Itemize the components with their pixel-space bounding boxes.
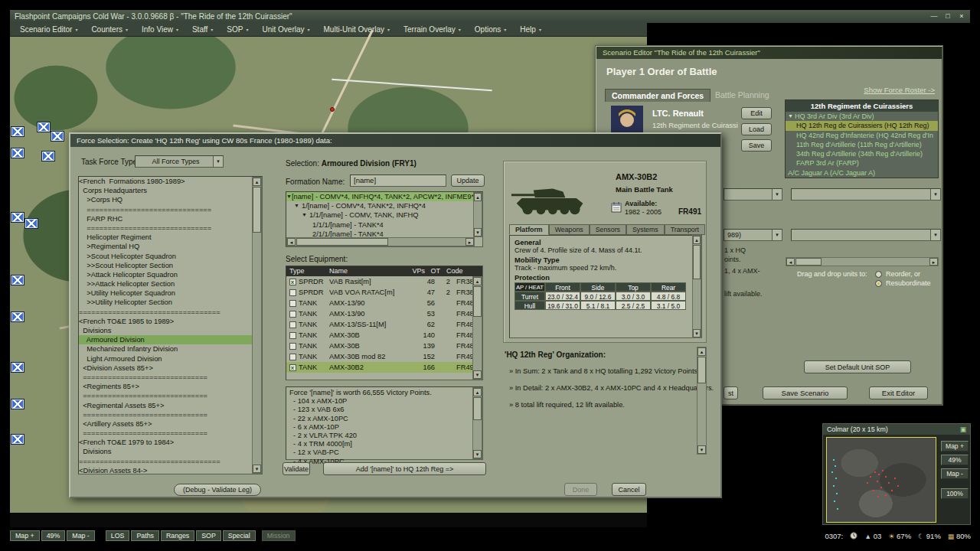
tab-sensors[interactable]: Sensors [590, 224, 626, 235]
exit-editor-button[interactable]: Exit Editor [869, 386, 928, 399]
equipment-checkbox[interactable]: x [289, 279, 296, 285]
equipment-checkbox[interactable]: x [289, 364, 296, 371]
force-tree-item[interactable]: <French Formations 1980-1989> [79, 177, 253, 186]
unit-counter[interactable] [11, 148, 24, 158]
equipment-checkbox[interactable] [289, 343, 296, 350]
force-tree-item[interactable]: Helicopter Regiment [79, 233, 253, 242]
minimap-zoom-out-button[interactable]: Map - [941, 468, 969, 479]
scroll-left-button[interactable]: ◄ [786, 258, 795, 266]
maximize-button[interactable]: □ [942, 10, 953, 23]
force-tree-item[interactable]: Divisions [79, 447, 253, 456]
scroll-down-button[interactable]: ▼ [693, 329, 701, 337]
force-tree-item[interactable]: <French TO&E 1979 to 1984> [79, 438, 253, 447]
task-force-type-combo[interactable]: All Force Types ▼ [135, 155, 224, 168]
tree-open-icon[interactable]: ▼ [294, 201, 302, 210]
debug-validate-button[interactable]: (Debug - Validate Leg) [174, 484, 261, 496]
validate-button[interactable]: Validate [283, 462, 310, 475]
force-tree-item[interactable]: ============================== [79, 410, 253, 419]
roster-item[interactable]: 34th Reg d'Artillerie (34th Reg d'Artill… [786, 149, 938, 158]
chevron-down-icon[interactable]: ▼ [772, 230, 782, 240]
done-button[interactable]: Done [564, 483, 597, 496]
menu-staff[interactable]: Staff▾ [185, 25, 220, 34]
scroll-down-button[interactable]: ▼ [253, 465, 261, 473]
force-tree-item[interactable]: ============================== [79, 391, 253, 400]
roster-item[interactable]: FARP 3rd Ar (FARP) [786, 158, 938, 168]
unit-counter[interactable] [11, 435, 24, 444]
scroll-thumb[interactable] [693, 245, 701, 279]
scroll-up-button[interactable]: ▲ [473, 388, 482, 396]
minimap-panel-icon[interactable]: ▣ [960, 424, 966, 435]
roster-item[interactable]: A/C Jaguar A (A/C Jaguar A) [786, 168, 938, 178]
equipment-checkbox[interactable] [289, 300, 296, 307]
force-tree-item[interactable]: <French TO&E 1985 to 1989> [79, 317, 253, 326]
minimap-full-zoom-button[interactable]: 100% [941, 488, 969, 499]
minimize-button[interactable]: — [929, 10, 939, 23]
equipment-row[interactable]: TANKAMX-13/SS-11[M]62FR485 [286, 319, 482, 330]
unit-counter[interactable] [11, 276, 24, 285]
equipment-vscrollbar[interactable]: ▲ ▼ [472, 276, 482, 380]
scroll-left-button[interactable]: ◄ [287, 238, 296, 246]
scroll-down-button[interactable]: ▼ [697, 445, 706, 454]
equipment-row[interactable]: TANKAMX-13/9056FR483 [286, 298, 482, 308]
roster-combo-2[interactable]: ▼ [791, 229, 941, 241]
cancel-button[interactable]: Cancel [612, 483, 646, 496]
force-tree-item[interactable]: Light Armoured Division [79, 354, 253, 364]
scroll-up-button[interactable]: ▲ [697, 347, 706, 356]
roster-item[interactable]: 11th Reg d'Artillerie (11th Reg d'Artill… [786, 140, 938, 149]
roster-hscrollbar[interactable]: ◄ ► [786, 257, 939, 266]
force-tree-item[interactable]: >>Scout Helicopter Section [79, 261, 253, 270]
tree-vscrollbar[interactable]: ▲ ▼ [252, 177, 262, 474]
radio-reorder[interactable] [875, 271, 882, 278]
menu-unit-overlay[interactable]: Unit Overlay▾ [256, 25, 317, 34]
roster-item[interactable]: HQ 42nd Reg d'Infanterie (HQ 42nd Reg d'… [786, 131, 938, 140]
scroll-right-button[interactable]: ► [466, 238, 474, 246]
unit-counter[interactable] [11, 312, 24, 321]
paths-button[interactable]: Paths [131, 530, 159, 541]
unit-counter[interactable] [51, 132, 64, 141]
menu-multi-unit-overlay[interactable]: Multi-Unit Overlay▾ [317, 25, 397, 34]
unit-counter[interactable] [11, 127, 24, 136]
mission-button[interactable]: Mission [262, 530, 296, 541]
force-tree-item[interactable]: ================================== [79, 457, 253, 466]
close-button[interactable]: × [956, 10, 967, 23]
force-tree-item[interactable]: >>Attack Helicopter Section [79, 279, 253, 289]
menu-counters[interactable]: Counters▾ [84, 25, 135, 34]
chevron-down-icon[interactable]: ▼ [772, 189, 782, 200]
menu-options[interactable]: Options▾ [468, 25, 513, 34]
unit-counter[interactable] [25, 219, 38, 228]
equipment-checkbox[interactable] [289, 289, 296, 296]
force-tree-item[interactable]: >Regimental HQ [79, 242, 253, 251]
formation-node-selected[interactable]: ▼[name] - COMV*4, INFHQ*4, TANK*2, APCW*… [286, 192, 482, 201]
chevron-down-icon[interactable]: ▼ [930, 230, 940, 240]
tab-weapons[interactable]: Weapons [549, 224, 590, 235]
menu-terrain-overlay[interactable]: Terrain Overlay▾ [397, 25, 468, 34]
organization-vscrollbar[interactable]: ▲ ▼ [697, 347, 707, 455]
minimap-zoom-in-button[interactable]: Map + [941, 441, 969, 452]
chevron-down-icon[interactable]: ▼ [213, 156, 223, 167]
force-tree-item[interactable]: <Division Assets 84-> [79, 466, 253, 475]
formation-node[interactable]: ▼1/[name] - COMV*4, TANK*2, INFHQ*4 [286, 201, 482, 210]
scroll-down-button[interactable]: ▼ [473, 370, 482, 379]
set-default-unit-sop-button[interactable]: Set Default Unit SOP [804, 360, 911, 373]
unit-counter[interactable] [42, 152, 54, 161]
force-tree-item[interactable]: >Utility Helicopter Squadron [79, 289, 253, 298]
force-tree-item[interactable]: <Regiments 85+> [79, 382, 253, 391]
map-zoom-in-button[interactable]: Map + [10, 530, 40, 541]
edit-button[interactable]: Edit [741, 107, 772, 119]
formation-node[interactable]: ▼1/1/[name] - COMV, TANK, INFHQ [286, 210, 482, 220]
equipment-row[interactable]: TANKAMX-30B mod 82152FR490 [286, 351, 482, 362]
scroll-up-button[interactable]: ▲ [253, 178, 261, 186]
menu-scenario-editor[interactable]: Scenario Editor▾ [13, 25, 84, 34]
roster-item[interactable]: ▼HQ 3rd Ar Div (3rd Ar Div) [786, 112, 938, 121]
minimap-image[interactable] [826, 437, 936, 523]
tab-systems[interactable]: Systems [626, 224, 665, 235]
roster-item-selected[interactable]: HQ 12th Reg de Cuirassiers (HQ 12th Reg) [786, 121, 938, 130]
force-tree-item[interactable]: Mechanized Infantry Division [79, 344, 253, 354]
tab-transport[interactable]: Transport [665, 224, 705, 235]
force-tree-item[interactable]: ============================== [79, 429, 253, 438]
update-button[interactable]: Update [451, 174, 485, 187]
tab-platform[interactable]: Platform [509, 224, 549, 235]
radio-reorder-label[interactable]: Reorder, or [886, 270, 920, 278]
tab-battle-planning[interactable]: Battle Planning [709, 89, 776, 101]
tree-open-icon[interactable]: ▼ [788, 112, 795, 121]
